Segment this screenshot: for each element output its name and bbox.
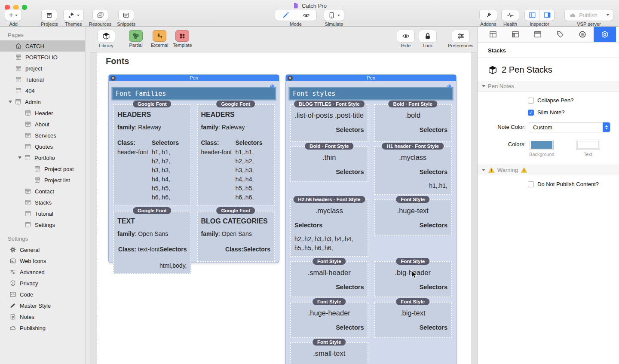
close-icon[interactable]: × [288, 76, 293, 81]
sidebar-item-contact[interactable]: Contact [0, 186, 90, 197]
sidebar-item-stacks[interactable]: Stacks [0, 197, 90, 208]
pen-note-title: Font Families [116, 90, 166, 98]
sidebar-item-code[interactable]: Code [0, 289, 90, 300]
simulate-button[interactable] [324, 9, 344, 21]
external-button[interactable] [153, 30, 166, 42]
card-columns-header: Class:Selectors [117, 139, 187, 146]
stack-card[interactable]: Font Style.big-headerSelectors [374, 261, 452, 297]
publish-menu-button[interactable] [602, 9, 613, 21]
card-title: .bold [378, 111, 448, 119]
sidebar-item-portfolio[interactable]: Portfolio [0, 152, 90, 163]
stack-card[interactable]: Google FontHEADERSfamily: RalewayClass:S… [197, 104, 275, 206]
inspector-tab-layout-left[interactable] [504, 27, 527, 42]
sidebar-item-project-post[interactable]: Project post [0, 163, 90, 174]
sidebar-item-general[interactable]: General [0, 244, 90, 255]
sidebar-item-catch[interactable]: CATCH [0, 40, 90, 52]
do-not-publish-checkbox[interactable] [528, 181, 534, 187]
stack-card[interactable]: Google FontBLOG CATEGORIESfamily: Open S… [197, 211, 275, 262]
close-icon[interactable]: × [110, 76, 116, 81]
sidebar-item-project-list[interactable]: Project list [0, 174, 90, 186]
card-badge: Font Style [313, 258, 346, 265]
inspector-tab-copy[interactable] [616, 27, 619, 42]
resources-button[interactable] [93, 9, 108, 21]
inspector-right-button[interactable] [539, 9, 554, 21]
slim-note-checkbox[interactable]: ✓ [528, 110, 534, 116]
inspector-tab-hexgear[interactable] [594, 27, 616, 42]
projects-button[interactable] [42, 9, 57, 21]
inspector-panel-title: Stacks [478, 43, 619, 58]
inspector-tab-layout-band[interactable] [527, 27, 549, 42]
text-color-well[interactable] [576, 140, 600, 150]
sidebar-item-web-icons[interactable]: Web Icons [0, 255, 90, 266]
pen-note-header[interactable]: Font styles [288, 87, 454, 101]
stack-card[interactable]: Font Style.small-headerSelectors [290, 261, 368, 297]
sidebar-item-quotes[interactable]: Quotes [0, 141, 90, 152]
slim-note-label: Slim Note? [537, 109, 565, 116]
pen-note-header[interactable]: Font Families [111, 87, 276, 101]
template-button[interactable] [175, 30, 189, 42]
preferences-button[interactable] [452, 30, 469, 42]
sidebar-item-services[interactable]: Services [0, 130, 90, 141]
sidebar-item-label: Contact [35, 188, 54, 195]
preview-mode-button[interactable] [296, 9, 316, 21]
lock-icon [424, 32, 432, 40]
sidebar-item-tutorial[interactable]: Tutorial [0, 208, 90, 219]
sidebar-item-portfolio[interactable]: PORTFOLIO [0, 52, 90, 63]
health-button[interactable] [502, 9, 519, 21]
add-button[interactable]: + [5, 9, 21, 21]
note-color-select[interactable]: Custom [529, 122, 610, 132]
text-color-swatch [577, 141, 599, 149]
lock-button[interactable] [419, 30, 436, 42]
sidebar-item-label: Admin [25, 99, 41, 105]
warning-section-header[interactable]: Warning [478, 165, 619, 175]
pen-titlebar[interactable]: ×Pen [109, 75, 279, 81]
chevron-down-icon [15, 15, 18, 16]
sidebar-item-project[interactable]: project [0, 63, 90, 74]
snippets-button[interactable] [119, 9, 134, 21]
stack-card[interactable]: H1 header · Font Style.myclassSelectorsh… [374, 146, 452, 195]
inspector-left-button[interactable] [525, 9, 539, 21]
partial-button[interactable] [129, 30, 143, 42]
disclosure-triangle[interactable] [18, 156, 21, 159]
stack-card[interactable]: Font Style.big-textSelectors [374, 302, 452, 338]
publish-button[interactable]: Publish [565, 9, 602, 21]
edit-mode-button[interactable] [275, 9, 296, 21]
sidebar-item-publishing[interactable]: Publishing [0, 322, 90, 333]
stack-card[interactable]: Google FontTEXTfamily: Open SansClass: t… [113, 211, 191, 274]
pen-titlebar[interactable]: ×Pen [286, 75, 456, 81]
sidebar-item-settings[interactable]: Settings [0, 219, 90, 230]
sidebar-item-master-style[interactable]: Master Style [0, 300, 90, 311]
disclosure-triangle[interactable] [9, 101, 12, 103]
stack-card[interactable]: Bold · Font Style.boldSelectors [374, 104, 452, 142]
external-label: External [151, 43, 168, 48]
library-button[interactable] [98, 30, 115, 42]
stack-card[interactable]: Font Style.huge-textSelectors [374, 199, 452, 236]
pen-notes-section-header[interactable]: Pen Notes [478, 81, 619, 92]
sidebar-item-admin[interactable]: Admin [0, 96, 90, 107]
collapse-pen-checkbox[interactable] [528, 98, 534, 104]
inspector-tab-tag[interactable] [549, 27, 571, 42]
card-columns-header: Class:Selectors [201, 139, 271, 146]
stack-card[interactable]: Font Style.huge-headerSelectors [290, 302, 368, 338]
addons-button[interactable] [480, 9, 497, 21]
stack-card[interactable]: H2-h6 headers · Font Style.myclassSelect… [290, 199, 368, 257]
stack-card[interactable]: Google FontHEADERSfamily: RalewayClass:S… [113, 104, 191, 206]
page-canvas[interactable]: Fonts ×PenFont FamiliesGoogle FontHEADER… [97, 52, 471, 364]
stack-card[interactable]: BLOG TITLES · Font Style.list-of-posts .… [290, 104, 368, 142]
inspector-tab-ring[interactable] [571, 27, 594, 42]
sidebar-item-notes[interactable]: Notes [0, 311, 90, 322]
sidebar-item-privacy[interactable]: Privacy [0, 278, 90, 289]
stack-card[interactable]: Bold · Font Style.thinSelectors [290, 146, 368, 182]
sidebar-item-about[interactable]: About [0, 119, 90, 130]
themes-button[interactable] [64, 9, 83, 21]
stack-card[interactable]: Font Style.small-textSelectors [290, 342, 368, 364]
sidebar-item-header[interactable]: Header [0, 107, 90, 119]
sidebar-item-404[interactable]: 404 [0, 85, 90, 96]
hide-button[interactable] [397, 30, 414, 42]
background-color-well[interactable] [530, 140, 554, 150]
selectors-label: Selectors [243, 246, 270, 253]
sidebar-item-tutorial[interactable]: Tutorial [0, 74, 90, 85]
sidebar-item-advanced[interactable]: Advanced [0, 266, 90, 278]
resources-icon [97, 12, 104, 19]
inspector-tab-layout-top[interactable] [482, 27, 504, 42]
